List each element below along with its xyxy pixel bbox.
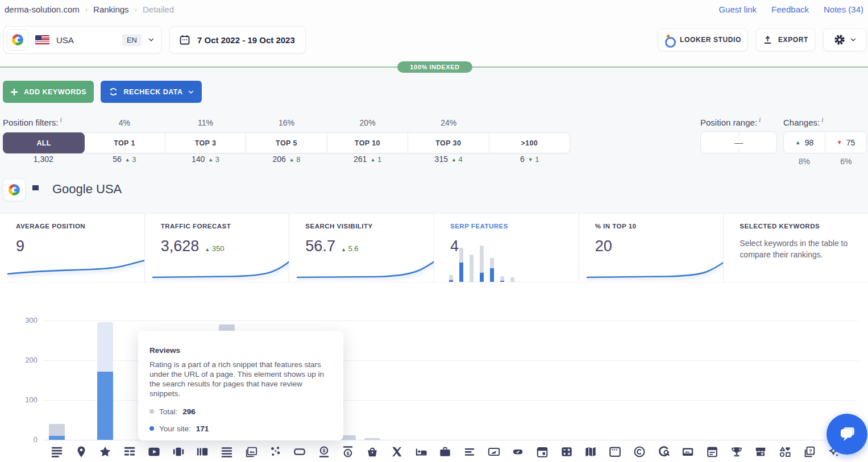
metric-card-traffic-forecast[interactable]: TRAFFIC FORECAST3,628▲ 350 <box>145 214 290 282</box>
math-solver-icon[interactable] <box>560 446 573 458</box>
export-button[interactable]: EXPORT <box>756 28 815 51</box>
changes-up-filter[interactable]: ▲ 98 <box>784 132 825 153</box>
metric-card-search-visibility[interactable]: SEARCH VISIBILITY56.7▲ 5.6 <box>289 214 434 282</box>
related-searches-icon[interactable] <box>658 446 670 458</box>
recheck-data-label: RECHECK DATA <box>123 88 182 96</box>
filter-percent: 24% <box>408 118 489 127</box>
filter-values-row: 1,30256▲ 3140▲ 3206▲ 8261▲ 1315▲ 46▼ 1 <box>3 155 570 164</box>
filter-value-top-1: 56▲ 3 <box>84 155 165 164</box>
chevron-down-icon <box>148 37 154 43</box>
recheck-data-button[interactable]: RECHECK DATA <box>101 81 202 103</box>
metric-title: SELECTED KEYWORDS <box>740 223 857 230</box>
settings-button[interactable] <box>823 28 866 51</box>
gridline <box>43 321 858 321</box>
visual-stories-icon[interactable] <box>779 446 791 458</box>
shopping-icon[interactable] <box>366 446 379 458</box>
sports-icon[interactable] <box>730 446 743 458</box>
feedback-link[interactable]: Feedback <box>771 5 809 14</box>
svg-text:?: ? <box>809 448 812 454</box>
changes-down-value: 75 <box>846 138 855 147</box>
metric-card-in-top-10[interactable]: % IN TOP 1020 <box>579 214 724 282</box>
down-arrow-icon: ▼ <box>837 139 842 145</box>
position-range-input[interactable]: — <box>700 131 777 153</box>
filter-tab-top-5[interactable]: TOP 5 <box>246 133 326 153</box>
guest-link[interactable]: Guest link <box>719 5 757 14</box>
flights-icon[interactable] <box>488 446 500 458</box>
chevron-down-icon <box>188 89 194 95</box>
filter-tab-top-10[interactable]: TOP 10 <box>327 133 408 153</box>
y-axis-label: 100 <box>9 396 38 404</box>
faq-icon[interactable]: ? <box>803 446 816 458</box>
breadcrumb-site[interactable]: derma-solution.com <box>5 5 80 14</box>
bar-site-reviews[interactable] <box>97 372 113 440</box>
filter-percent <box>489 118 570 127</box>
chat-widget-button[interactable] <box>827 414 867 455</box>
add-keywords-button[interactable]: ADD KEYWORDS <box>3 81 94 103</box>
info-icon[interactable]: i <box>759 116 761 124</box>
header-links: Guest link Feedback Notes (34) <box>719 5 863 14</box>
jobs-icon[interactable] <box>439 446 451 458</box>
twitter-icon[interactable] <box>391 446 403 458</box>
list-icon[interactable] <box>221 446 233 458</box>
filter-tab-top-3[interactable]: TOP 3 <box>165 133 246 153</box>
serp-features-chart: 3002001000 Reviews Rating is a part of a… <box>0 295 868 462</box>
thumbnails-icon[interactable] <box>196 446 209 458</box>
sitelinks-icon[interactable] <box>123 446 136 458</box>
looker-studio-button[interactable]: LOOKER STUDIO <box>658 28 747 51</box>
chevron-right-icon: › <box>85 5 88 14</box>
amp-icon[interactable] <box>512 446 524 458</box>
bar-site-featured-snippet[interactable] <box>49 436 65 440</box>
metric-card-average-position[interactable]: AVERAGE POSITION9 <box>0 214 145 282</box>
copyright-icon[interactable] <box>633 446 646 458</box>
tooltip-total-row: Total: 296 <box>149 407 327 416</box>
metric-title: SERP FEATURES <box>450 223 567 230</box>
notes-block-icon[interactable] <box>706 446 719 458</box>
local-pack-icon[interactable] <box>75 446 88 458</box>
looker-studio-label: LOOKER STUDIO <box>680 36 741 44</box>
notes-link[interactable]: Notes (34) <box>824 5 863 14</box>
filter-tab-100[interactable]: >100 <box>489 133 570 153</box>
date-range-label: 7 Oct 2022 - 19 Oct 2023 <box>197 35 295 45</box>
breadcrumb-rankings[interactable]: Rankings <box>93 5 129 14</box>
tooltip-title: Reviews <box>149 346 327 355</box>
merchant-listing-icon[interactable] <box>754 446 767 458</box>
video-icon[interactable] <box>148 446 160 458</box>
people-also-ask-icon[interactable] <box>463 446 476 458</box>
your-site-dot-icon <box>149 426 154 431</box>
events-icon[interactable] <box>536 446 549 458</box>
hotels-pack-icon[interactable] <box>415 446 427 458</box>
filter-tab-all[interactable]: ALL <box>3 132 85 153</box>
answer-box-icon[interactable] <box>293 446 306 458</box>
refresh-icon <box>109 87 118 97</box>
maps-icon[interactable] <box>584 446 597 458</box>
tooltip-site-label: Your site: <box>159 424 191 433</box>
filter-value-top-10: 261▲ 1 <box>327 155 408 164</box>
chat-bubbles-icon <box>837 424 857 444</box>
filter-value-top-30: 315▲ 4 <box>408 155 489 164</box>
metric-card-serp-features[interactable]: SERP FEATURES4 <box>434 214 579 282</box>
info-icon[interactable]: i <box>821 116 823 124</box>
filter-value-all: 1,302 <box>3 155 84 164</box>
changes-down-filter[interactable]: ▼ 75 <box>825 132 866 153</box>
bar-total-shopping[interactable] <box>364 438 380 440</box>
date-range-picker[interactable]: 7 Oct 2022 - 19 Oct 2023 <box>169 26 306 53</box>
ads-bottom-icon[interactable]: $ <box>318 446 330 458</box>
images-icon[interactable] <box>245 446 258 458</box>
reviews-icon[interactable] <box>99 446 111 458</box>
featured-snippet-icon[interactable] <box>51 446 63 458</box>
ads-top-icon[interactable]: $ <box>342 446 354 458</box>
filter-tab-top-30[interactable]: TOP 30 <box>408 133 488 153</box>
image-card-icon[interactable] <box>682 446 694 458</box>
top-stories-icon[interactable] <box>609 446 621 458</box>
export-icon <box>763 35 773 45</box>
filter-tab-top-1[interactable]: TOP 1 <box>84 133 164 153</box>
carousel-icon[interactable] <box>172 446 185 458</box>
knowledge-graph-icon[interactable] <box>269 446 281 458</box>
changes-down-percent: 6% <box>825 157 867 166</box>
tooltip-total-value: 296 <box>182 407 196 416</box>
metric-title: AVERAGE POSITION <box>16 223 133 230</box>
chart-tooltip: Reviews Rating is a part of a rich snipp… <box>138 331 343 440</box>
metric-card-selected-keywords[interactable]: SELECTED KEYWORDSSelect keywords in the … <box>724 214 868 282</box>
search-engine-selector[interactable]: USA EN <box>3 26 161 53</box>
tooltip-body: Rating is a part of a rich snippet that … <box>149 360 327 399</box>
